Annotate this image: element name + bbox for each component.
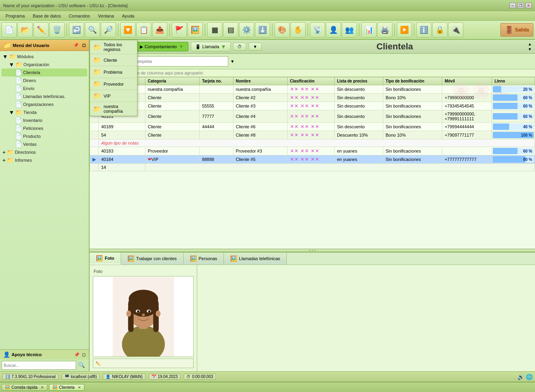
- popup-proveedor[interactable]: 📁 Proveedor: [90, 78, 137, 90]
- tb-plug-button[interactable]: 🔌: [448, 22, 463, 37]
- th-categoria[interactable]: Categoría: [145, 77, 200, 85]
- scroll-down-button[interactable]: ▼: [528, 47, 532, 51]
- tb-export-button[interactable]: 📤: [152, 22, 167, 37]
- close-button[interactable]: ✕: [525, 3, 532, 8]
- timer-button[interactable]: ⏱: [233, 43, 246, 51]
- search-dropdown-button[interactable]: ▼: [230, 59, 235, 64]
- tb-edit-button[interactable]: ✏️: [33, 22, 49, 37]
- th-clasificacion[interactable]: Clasificación: [287, 77, 334, 85]
- tab-personas[interactable]: 🖼️ Personas: [184, 253, 224, 265]
- task-comida-rapida[interactable]: 🖼️ Comida rápida ✕: [2, 384, 47, 391]
- tb-person-button[interactable]: 👤: [326, 22, 341, 37]
- restore-button[interactable]: ❐: [517, 3, 524, 8]
- task-close-button[interactable]: ✕: [78, 385, 81, 390]
- tb-info-button[interactable]: ℹ️: [416, 22, 431, 37]
- sidebar-item-organizaciones[interactable]: 📄 Organizaciones: [2, 100, 87, 108]
- tb-forward-button[interactable]: ▶️: [397, 22, 412, 37]
- sidebar-pin-button[interactable]: 📌: [73, 43, 79, 48]
- sidebar-item-modulos[interactable]: ▼ 📁 Módulos: [2, 53, 87, 61]
- tb-grid-button[interactable]: ▦: [207, 22, 222, 37]
- support-pin[interactable]: 📌: [74, 352, 80, 357]
- menu-ventana[interactable]: Ventana: [94, 13, 118, 19]
- table-row[interactable]: 40182 nuestra compañía nuestra compañía …: [90, 85, 535, 94]
- table-row[interactable]: 40183 Proveedor Proveedor #3 ✕✕ ✕✕ ✕✕ en…: [90, 147, 535, 155]
- sidebar-item-llamadas[interactable]: 📄 Llamadas telefónicas.: [2, 92, 87, 100]
- tb-delete-button[interactable]: 🗑️: [49, 22, 65, 37]
- tb-filter2-button[interactable]: 📋: [136, 22, 151, 37]
- tb-table-button[interactable]: 📊: [361, 22, 376, 37]
- tb-settings-button[interactable]: ⚙️: [239, 22, 254, 37]
- panel-resize-handle[interactable]: • • •: [90, 249, 535, 252]
- cell-mobile: +79990000000,+79991111111: [442, 110, 492, 123]
- tb-image-button[interactable]: 🖼️: [188, 22, 203, 37]
- tb-rss-button[interactable]: 📡: [310, 22, 325, 37]
- photo-edit-button[interactable]: ✏️: [93, 359, 194, 368]
- menu-comandos[interactable]: Comandos: [65, 13, 94, 19]
- sidebar-item-inventario[interactable]: 📄 Inventario: [2, 116, 87, 124]
- tb-separator-4: [205, 24, 205, 36]
- popup-problema[interactable]: 📁 Problema: [90, 66, 137, 78]
- tb-undo-button[interactable]: ↩️: [69, 22, 84, 37]
- tab-llamadas-telefonicas[interactable]: 🖼️ Llamadas telefónicas: [224, 253, 287, 265]
- tb-open-button[interactable]: 📂: [18, 22, 33, 37]
- sidebar-item-envio[interactable]: 📄 Envío: [2, 84, 87, 92]
- data-table-container[interactable]: 🌸🌸🌸 CARNÉ DE I... ↑ Categoría Tarjeta no…: [90, 77, 535, 249]
- tb-filter-button[interactable]: 🔽: [120, 22, 135, 37]
- menu-base-datos[interactable]: Base de datos: [29, 13, 65, 19]
- sidebar-item-organizacion[interactable]: ▼ 📁 Organización: [2, 61, 87, 69]
- task-close-button[interactable]: ✕: [41, 385, 44, 390]
- th-tarjeta[interactable]: Tarjeta no.: [200, 77, 233, 85]
- sidebar-float-button[interactable]: ◻: [82, 43, 86, 48]
- sidebar-item-dinero[interactable]: 📄 Dinero: [2, 76, 87, 84]
- tb-zoom-button[interactable]: 🔎: [101, 22, 116, 37]
- tab-foto[interactable]: 🖼️ Foto: [90, 253, 121, 265]
- tb-persons-button[interactable]: 👥: [342, 22, 357, 37]
- tb-hand-button[interactable]: ✋: [290, 22, 306, 37]
- tb-search-button[interactable]: 🔍: [85, 22, 100, 37]
- sidebar-item-producto[interactable]: 📄 Producto: [2, 132, 87, 140]
- sidebar-item-clientela[interactable]: 📄 Clientela: [2, 69, 87, 76]
- table-row[interactable]: 40187 Cliente 55555 Cliente #3 ✕✕ ✕✕ ✕✕ …: [90, 102, 535, 110]
- sidebar-search-input[interactable]: [2, 361, 76, 370]
- th-bonificacion[interactable]: Tipo de bonificación: [383, 77, 442, 85]
- sidebar-item-directorios[interactable]: + 📁 Directorios: [2, 148, 87, 156]
- table-row[interactable]: 40189 Cliente 44444 Cliente #6 ✕✕ ✕✕ ✕✕ …: [90, 123, 535, 131]
- tb-flag-button[interactable]: 🚩: [172, 22, 187, 37]
- th-nombre[interactable]: Nombre: [233, 77, 287, 85]
- table-row[interactable]: 40180 Cliente Cliente #2 ✕✕ ✕✕ ✕✕ Sin de…: [90, 94, 535, 102]
- tb-lock-button[interactable]: 🔒: [432, 22, 447, 37]
- th-lleno[interactable]: Lleno: [492, 77, 535, 85]
- sidebar-item-ventas[interactable]: 📄 Ventas: [2, 140, 87, 148]
- tb-grid2-button[interactable]: ▤: [223, 22, 238, 37]
- scroll-up-button[interactable]: ▲: [528, 42, 532, 46]
- menu-programa[interactable]: Programa: [2, 13, 29, 19]
- task-clientela[interactable]: 🖼️ Clientela ✕: [49, 384, 84, 391]
- tb-download-button[interactable]: ⬇️: [255, 22, 270, 37]
- tb-new-button[interactable]: 📄: [2, 22, 17, 37]
- salida-button[interactable]: 🚪 Salida: [500, 23, 533, 37]
- llamada-button[interactable]: 📱 Llamada ▼: [191, 42, 231, 51]
- table-row-selected[interactable]: ▶ 40184 ❤VIP 88888 Cliente #5 ✕✕ ✕✕ ✕✕ e…: [90, 155, 535, 164]
- popup-nuestra-compania[interactable]: 📁 nuestra compañía: [90, 102, 137, 116]
- sidebar-item-peticiones[interactable]: 📄 Peticiones: [2, 124, 87, 132]
- popup-todos-registros[interactable]: 📁 Todos los registros: [90, 40, 137, 54]
- th-movil[interactable]: Móvil: [442, 77, 492, 85]
- tab-trabajar-clientes[interactable]: 🖼️ Trabajar con clientes: [121, 253, 184, 265]
- menu-ayuda[interactable]: Ayuda: [118, 13, 138, 19]
- count-value: 14: [99, 164, 145, 171]
- support-float[interactable]: ◻: [82, 352, 86, 357]
- table-row[interactable]: 54 Cliente Cliente #8 ✕✕ ✕✕ ✕✕ Descuento…: [90, 131, 535, 139]
- sidebar-item-tienda[interactable]: ▼ 📁 Tienda: [2, 108, 87, 116]
- window-controls[interactable]: ─ ❐ ✕: [510, 3, 532, 8]
- th-lista-precios[interactable]: Lista de precios: [334, 77, 383, 85]
- popup-cliente[interactable]: 📁 Cliente: [90, 54, 137, 66]
- tb-palette-button[interactable]: 🎨: [274, 22, 290, 37]
- sidebar-item-informes[interactable]: + 📁 Informes: [2, 156, 87, 164]
- tb-print-button[interactable]: 🖨️: [377, 22, 392, 37]
- minimize-button[interactable]: ─: [510, 3, 516, 8]
- popup-vip[interactable]: 📁 VIP: [90, 90, 137, 102]
- comportamiento-button[interactable]: ▶ Comportamiento ▼: [135, 42, 188, 51]
- table-row[interactable]: 40181 Cliente 77777 Cliente #4 ✕✕ ✕✕ ✕✕ …: [90, 110, 535, 123]
- extra-button[interactable]: ▼: [249, 43, 262, 51]
- sidebar-search-icon[interactable]: 🔍: [78, 362, 85, 368]
